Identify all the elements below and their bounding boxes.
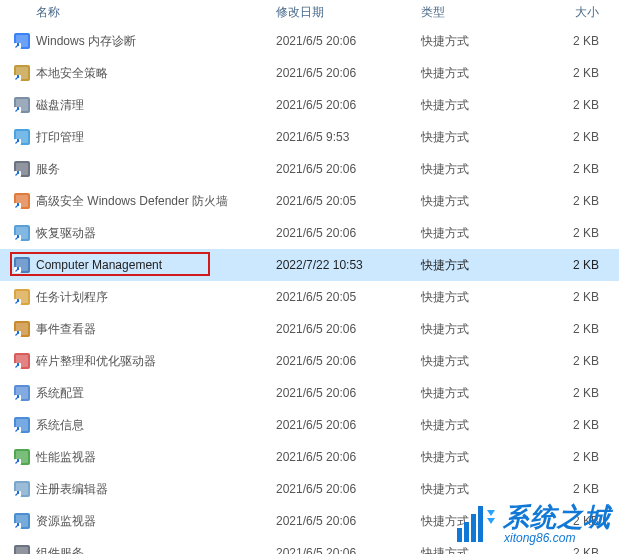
- file-row[interactable]: Windows 内存诊断 2021/6/5 20:06 快捷方式 2 KB: [0, 25, 619, 57]
- file-name: 注册表编辑器: [36, 481, 108, 498]
- file-date: 2021/6/5 20:06: [270, 66, 415, 80]
- file-type: 快捷方式: [415, 289, 545, 306]
- file-name: Windows 内存诊断: [36, 33, 136, 50]
- file-date: 2021/6/5 20:06: [270, 514, 415, 528]
- file-size: 2 KB: [545, 66, 609, 80]
- file-row[interactable]: 任务计划程序 2021/6/5 20:05 快捷方式 2 KB: [0, 281, 619, 313]
- file-type: 快捷方式: [415, 385, 545, 402]
- file-name: 事件查看器: [36, 321, 96, 338]
- file-type: 快捷方式: [415, 257, 545, 274]
- file-date: 2021/6/5 20:06: [270, 34, 415, 48]
- file-size: 2 KB: [545, 194, 609, 208]
- column-header-date[interactable]: 修改日期: [270, 4, 415, 21]
- file-date: 2021/6/5 9:53: [270, 130, 415, 144]
- file-type: 快捷方式: [415, 353, 545, 370]
- file-size: 2 KB: [545, 130, 609, 144]
- file-date: 2021/6/5 20:06: [270, 386, 415, 400]
- file-type: 快捷方式: [415, 321, 545, 338]
- task-scheduler-icon: [14, 289, 30, 305]
- file-type: 快捷方式: [415, 225, 545, 242]
- file-row[interactable]: 性能监视器 2021/6/5 20:06 快捷方式 2 KB: [0, 441, 619, 473]
- file-size: 2 KB: [545, 162, 609, 176]
- file-row[interactable]: 打印管理 2021/6/5 9:53 快捷方式 2 KB: [0, 121, 619, 153]
- file-date: 2021/6/5 20:06: [270, 418, 415, 432]
- file-list: Windows 内存诊断 2021/6/5 20:06 快捷方式 2 KB 本地…: [0, 25, 619, 554]
- file-size: 2 KB: [545, 98, 609, 112]
- file-row[interactable]: 本地安全策略 2021/6/5 20:06 快捷方式 2 KB: [0, 57, 619, 89]
- file-name: 高级安全 Windows Defender 防火墙: [36, 193, 228, 210]
- file-row[interactable]: 磁盘清理 2021/6/5 20:06 快捷方式 2 KB: [0, 89, 619, 121]
- file-size: 2 KB: [545, 322, 609, 336]
- file-row[interactable]: 事件查看器 2021/6/5 20:06 快捷方式 2 KB: [0, 313, 619, 345]
- file-row[interactable]: 恢复驱动器 2021/6/5 20:06 快捷方式 2 KB: [0, 217, 619, 249]
- file-size: 2 KB: [545, 386, 609, 400]
- column-header-row: 名称 修改日期 类型 大小: [0, 0, 619, 25]
- file-row[interactable]: 系统信息 2021/6/5 20:06 快捷方式 2 KB: [0, 409, 619, 441]
- file-name: 组件服务: [36, 545, 84, 555]
- file-name: 磁盘清理: [36, 97, 84, 114]
- file-date: 2021/6/5 20:06: [270, 450, 415, 464]
- file-name: 性能监视器: [36, 449, 96, 466]
- file-type: 快捷方式: [415, 193, 545, 210]
- disk-cleanup-icon: [14, 97, 30, 113]
- file-type: 快捷方式: [415, 97, 545, 114]
- file-size: 2 KB: [545, 34, 609, 48]
- file-type: 快捷方式: [415, 417, 545, 434]
- file-size: 2 KB: [545, 418, 609, 432]
- file-date: 2021/6/5 20:05: [270, 194, 415, 208]
- event-viewer-icon: [14, 321, 30, 337]
- print-mgmt-icon: [14, 129, 30, 145]
- file-row[interactable]: 资源监视器 2021/6/5 20:06 快捷方式 2 KB: [0, 505, 619, 537]
- file-date: 2022/7/22 10:53: [270, 258, 415, 272]
- file-date: 2021/6/5 20:06: [270, 546, 415, 554]
- file-type: 快捷方式: [415, 449, 545, 466]
- column-header-size[interactable]: 大小: [545, 4, 609, 21]
- file-date: 2021/6/5 20:06: [270, 482, 415, 496]
- file-name: 任务计划程序: [36, 289, 108, 306]
- file-type: 快捷方式: [415, 129, 545, 146]
- file-size: 2 KB: [545, 290, 609, 304]
- file-size: 2 KB: [545, 226, 609, 240]
- column-header-type[interactable]: 类型: [415, 4, 545, 21]
- file-size: 2 KB: [545, 354, 609, 368]
- system-config-icon: [14, 385, 30, 401]
- file-row[interactable]: 服务 2021/6/5 20:06 快捷方式 2 KB: [0, 153, 619, 185]
- resource-monitor-icon: [14, 513, 30, 529]
- file-date: 2021/6/5 20:06: [270, 98, 415, 112]
- file-name: 恢复驱动器: [36, 225, 96, 242]
- file-name: 系统配置: [36, 385, 84, 402]
- memory-diag-icon: [14, 33, 30, 49]
- file-row[interactable]: 高级安全 Windows Defender 防火墙 2021/6/5 20:05…: [0, 185, 619, 217]
- regedit-icon: [14, 481, 30, 497]
- file-type: 快捷方式: [415, 545, 545, 555]
- component-services-icon: [14, 545, 30, 554]
- file-name: 服务: [36, 161, 60, 178]
- services-icon: [14, 161, 30, 177]
- file-row[interactable]: 组件服务 2021/6/5 20:06 快捷方式 2 KB: [0, 537, 619, 554]
- file-date: 2021/6/5 20:06: [270, 322, 415, 336]
- column-header-name[interactable]: 名称: [0, 4, 270, 21]
- file-size: 2 KB: [545, 450, 609, 464]
- file-date: 2021/6/5 20:05: [270, 290, 415, 304]
- file-size: 2 KB: [545, 482, 609, 496]
- file-date: 2021/6/5 20:06: [270, 162, 415, 176]
- file-date: 2021/6/5 20:06: [270, 354, 415, 368]
- file-type: 快捷方式: [415, 513, 545, 530]
- file-type: 快捷方式: [415, 161, 545, 178]
- security-policy-icon: [14, 65, 30, 81]
- file-name: 打印管理: [36, 129, 84, 146]
- perf-monitor-icon: [14, 449, 30, 465]
- file-type: 快捷方式: [415, 33, 545, 50]
- file-row[interactable]: 碎片整理和优化驱动器 2021/6/5 20:06 快捷方式 2 KB: [0, 345, 619, 377]
- system-info-icon: [14, 417, 30, 433]
- file-size: 2 KB: [545, 514, 609, 528]
- defrag-icon: [14, 353, 30, 369]
- file-row[interactable]: Computer Management 2022/7/22 10:53 快捷方式…: [0, 249, 619, 281]
- firewall-icon: [14, 193, 30, 209]
- recovery-drive-icon: [14, 225, 30, 241]
- file-name: 碎片整理和优化驱动器: [36, 353, 156, 370]
- file-name: 系统信息: [36, 417, 84, 434]
- file-row[interactable]: 系统配置 2021/6/5 20:06 快捷方式 2 KB: [0, 377, 619, 409]
- file-row[interactable]: 注册表编辑器 2021/6/5 20:06 快捷方式 2 KB: [0, 473, 619, 505]
- file-name: 本地安全策略: [36, 65, 108, 82]
